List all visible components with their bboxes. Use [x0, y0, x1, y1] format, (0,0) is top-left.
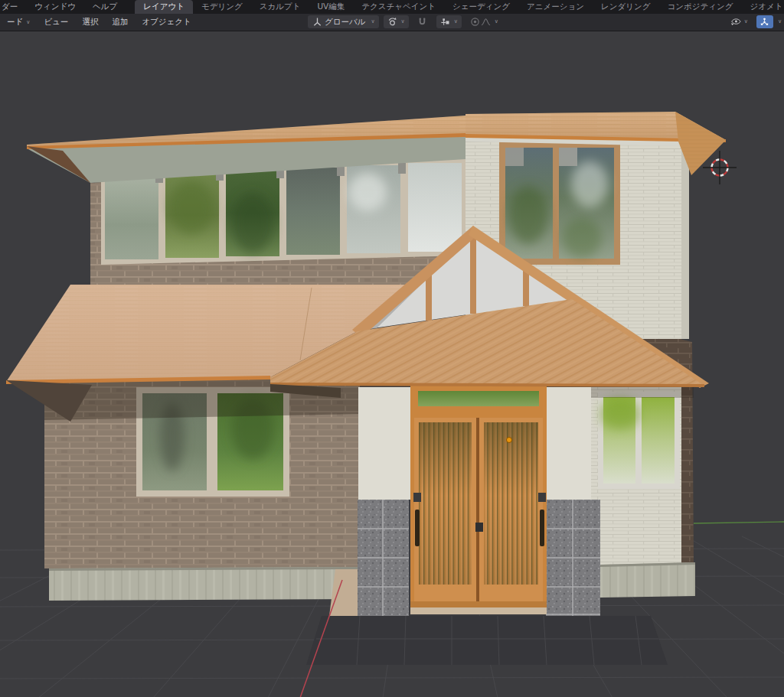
pivot-point-icon: [387, 17, 398, 28]
menu-window[interactable]: ウィンドウ: [26, 0, 84, 14]
door-lock-plate-right: [538, 493, 546, 502]
transform-orientation-dropdown[interactable]: グローバル ∨: [308, 15, 379, 28]
show-gizmo-button[interactable]: [756, 15, 773, 28]
chevron-down-icon: ∨: [454, 19, 458, 24]
overlays-visibility-dropdown[interactable]: ∨: [727, 15, 752, 28]
house-first-floor-right-wall[interactable]: [590, 387, 694, 567]
viewport-canvas[interactable]: [0, 31, 784, 697]
proportional-falloff-icon: [481, 17, 492, 28]
entrance-door[interactable]: [410, 385, 547, 614]
viewport-header: ード ∨ ビュー 選択 追加 オブジェクト グローバル ∨ ∨: [0, 14, 784, 31]
snap-magnet-icon: [417, 17, 428, 28]
chevron-down-icon: ∨: [495, 19, 498, 24]
object-origin-dot: [507, 438, 512, 443]
menu-render[interactable]: ダー: [0, 0, 26, 14]
tab-layout[interactable]: レイアウト: [135, 0, 193, 14]
menu-object[interactable]: オブジェクト: [135, 14, 198, 31]
menu-add[interactable]: 追加: [105, 14, 135, 31]
transom-window: [418, 391, 539, 406]
door-lock-plate-left: [413, 493, 421, 502]
menu-select[interactable]: 選択: [75, 14, 105, 31]
tab-rendering[interactable]: レンダリング: [593, 0, 658, 14]
chevron-down-icon: ∨: [778, 19, 782, 24]
door-center-latch: [475, 523, 483, 532]
tab-shading[interactable]: シェーディング: [444, 0, 518, 14]
proportional-editing-icon: [470, 17, 481, 28]
show-gizmo-icon: [760, 17, 770, 28]
topbar: ダー ウィンドウ ヘルプ レイアウト モデリング スカルプト UV編集 テクスチ…: [0, 0, 784, 14]
tab-geometry-nodes[interactable]: ジオメトリノード: [741, 0, 784, 14]
chevron-down-icon: ∨: [26, 20, 30, 25]
transform-snap-cluster: グローバル ∨ ∨ ∨ ∨: [308, 15, 507, 28]
snap-target-dropdown[interactable]: ∨: [436, 15, 462, 28]
snap-toggle[interactable]: [413, 15, 432, 28]
house-first-floor-left-wall[interactable]: [44, 376, 360, 568]
door-handle-right[interactable]: [540, 510, 544, 546]
mode-dropdown[interactable]: ード ∨: [0, 14, 37, 31]
tab-texture-paint[interactable]: テクスチャペイント: [353, 0, 444, 14]
orientation-label: グローバル: [325, 17, 365, 28]
pivot-point-dropdown[interactable]: ∨: [384, 15, 409, 28]
door-handle-left[interactable]: [415, 510, 420, 546]
workspace-tabs: レイアウト モデリング スカルプト UV編集 テクスチャペイント シェーディング…: [135, 0, 784, 14]
proportional-editing-cluster[interactable]: ∨: [466, 15, 502, 28]
chevron-down-icon: ∨: [744, 19, 748, 24]
porch-floor[interactable]: [306, 616, 668, 665]
tab-sculpting[interactable]: スカルプト: [251, 0, 309, 14]
tab-modeling[interactable]: モデリング: [193, 0, 251, 14]
transform-orientation-icon: [312, 17, 322, 28]
chevron-down-icon: ∨: [401, 19, 405, 24]
viewport-3d[interactable]: [0, 31, 784, 697]
chevron-down-icon: ∨: [371, 19, 374, 24]
snap-target-icon: [440, 17, 451, 28]
gizmo-overlay-cluster: ∨ ∨: [727, 15, 782, 28]
menu-view[interactable]: ビュー: [37, 14, 75, 31]
tab-animation[interactable]: アニメーション: [518, 0, 593, 14]
tab-uv-editing[interactable]: UV編集: [309, 0, 353, 14]
menu-help[interactable]: ヘルプ: [84, 0, 126, 14]
tab-compositing[interactable]: コンポジティング: [658, 0, 741, 14]
overlays-visibility-icon: [730, 17, 741, 28]
